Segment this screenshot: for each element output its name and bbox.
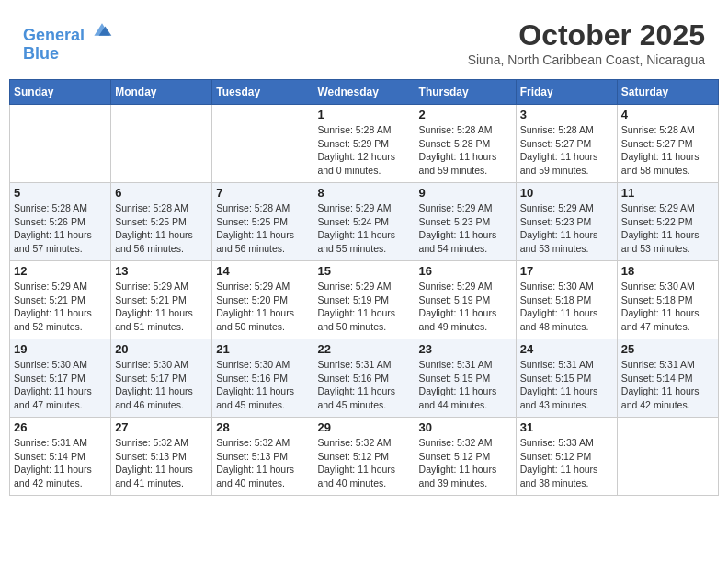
day-info: Sunrise: 5:32 AM Sunset: 5:12 PM Dayligh… bbox=[317, 436, 410, 490]
day-info: Sunrise: 5:31 AM Sunset: 5:15 PM Dayligh… bbox=[419, 358, 512, 412]
day-number: 5 bbox=[14, 186, 107, 200]
day-number: 4 bbox=[621, 108, 714, 121]
title-section: October 2025 Siuna, North Caribbean Coas… bbox=[468, 18, 705, 67]
col-header-friday: Friday bbox=[516, 80, 617, 105]
month-title: October 2025 bbox=[468, 18, 705, 52]
calendar-cell: 7Sunrise: 5:28 AM Sunset: 5:25 PM Daylig… bbox=[212, 183, 313, 261]
day-info: Sunrise: 5:29 AM Sunset: 5:22 PM Dayligh… bbox=[621, 201, 714, 256]
day-info: Sunrise: 5:31 AM Sunset: 5:14 PM Dayligh… bbox=[621, 358, 714, 412]
day-number: 18 bbox=[621, 264, 714, 278]
calendar-cell bbox=[10, 105, 111, 183]
day-info: Sunrise: 5:32 AM Sunset: 5:13 PM Dayligh… bbox=[115, 436, 208, 490]
day-info: Sunrise: 5:28 AM Sunset: 5:28 PM Dayligh… bbox=[419, 123, 512, 178]
calendar-cell: 8Sunrise: 5:29 AM Sunset: 5:24 PM Daylig… bbox=[313, 183, 415, 261]
calendar-cell: 12Sunrise: 5:29 AM Sunset: 5:21 PM Dayli… bbox=[10, 261, 111, 339]
day-info: Sunrise: 5:32 AM Sunset: 5:13 PM Dayligh… bbox=[216, 436, 309, 490]
calendar-cell: 15Sunrise: 5:29 AM Sunset: 5:19 PM Dayli… bbox=[313, 261, 415, 339]
page-header: General Blue October 2025 Siuna, North C… bbox=[9, 9, 719, 72]
day-info: Sunrise: 5:30 AM Sunset: 5:18 PM Dayligh… bbox=[621, 280, 714, 334]
day-number: 26 bbox=[14, 420, 107, 434]
calendar-cell: 25Sunrise: 5:31 AM Sunset: 5:14 PM Dayli… bbox=[617, 339, 718, 418]
col-header-monday: Monday bbox=[111, 80, 212, 105]
day-info: Sunrise: 5:28 AM Sunset: 5:25 PM Dayligh… bbox=[216, 201, 309, 256]
calendar-week-row: 19Sunrise: 5:30 AM Sunset: 5:17 PM Dayli… bbox=[10, 339, 719, 418]
calendar-cell: 24Sunrise: 5:31 AM Sunset: 5:15 PM Dayli… bbox=[516, 339, 617, 418]
calendar-cell: 5Sunrise: 5:28 AM Sunset: 5:26 PM Daylig… bbox=[10, 183, 111, 261]
day-number: 12 bbox=[14, 264, 107, 278]
day-number: 30 bbox=[419, 420, 512, 434]
day-number: 24 bbox=[520, 342, 613, 356]
day-info: Sunrise: 5:29 AM Sunset: 5:21 PM Dayligh… bbox=[14, 280, 107, 334]
calendar-cell: 14Sunrise: 5:29 AM Sunset: 5:20 PM Dayli… bbox=[212, 261, 313, 339]
day-info: Sunrise: 5:29 AM Sunset: 5:23 PM Dayligh… bbox=[419, 201, 512, 256]
day-info: Sunrise: 5:29 AM Sunset: 5:19 PM Dayligh… bbox=[317, 280, 410, 334]
day-info: Sunrise: 5:28 AM Sunset: 5:29 PM Dayligh… bbox=[317, 123, 410, 178]
day-number: 8 bbox=[317, 186, 410, 200]
calendar-week-row: 12Sunrise: 5:29 AM Sunset: 5:21 PM Dayli… bbox=[10, 261, 719, 339]
calendar-table: SundayMondayTuesdayWednesdayThursdayFrid… bbox=[9, 79, 719, 496]
day-number: 29 bbox=[317, 420, 410, 434]
calendar-cell: 3Sunrise: 5:28 AM Sunset: 5:27 PM Daylig… bbox=[516, 105, 617, 183]
day-info: Sunrise: 5:30 AM Sunset: 5:17 PM Dayligh… bbox=[14, 358, 107, 412]
day-number: 15 bbox=[317, 264, 410, 278]
day-number: 17 bbox=[520, 264, 613, 278]
calendar-cell: 27Sunrise: 5:32 AM Sunset: 5:13 PM Dayli… bbox=[111, 418, 212, 496]
logo: General Blue bbox=[23, 18, 113, 63]
col-header-sunday: Sunday bbox=[10, 80, 111, 105]
calendar-cell: 19Sunrise: 5:30 AM Sunset: 5:17 PM Dayli… bbox=[10, 339, 111, 418]
calendar-cell: 30Sunrise: 5:32 AM Sunset: 5:12 PM Dayli… bbox=[415, 418, 516, 496]
day-info: Sunrise: 5:31 AM Sunset: 5:14 PM Dayligh… bbox=[14, 436, 107, 490]
calendar-cell: 26Sunrise: 5:31 AM Sunset: 5:14 PM Dayli… bbox=[10, 418, 111, 496]
day-number: 31 bbox=[520, 420, 613, 434]
day-number: 22 bbox=[317, 342, 410, 356]
day-number: 7 bbox=[216, 186, 309, 200]
day-number: 23 bbox=[419, 342, 512, 356]
day-number: 28 bbox=[216, 420, 309, 434]
calendar-cell: 18Sunrise: 5:30 AM Sunset: 5:18 PM Dayli… bbox=[617, 261, 718, 339]
day-info: Sunrise: 5:30 AM Sunset: 5:18 PM Dayligh… bbox=[520, 280, 613, 334]
day-number: 13 bbox=[115, 264, 208, 278]
calendar-header-row: SundayMondayTuesdayWednesdayThursdayFrid… bbox=[10, 80, 719, 105]
day-number: 20 bbox=[115, 342, 208, 356]
day-info: Sunrise: 5:28 AM Sunset: 5:27 PM Dayligh… bbox=[520, 123, 613, 178]
day-number: 3 bbox=[520, 108, 613, 121]
day-info: Sunrise: 5:28 AM Sunset: 5:25 PM Dayligh… bbox=[115, 201, 208, 256]
col-header-thursday: Thursday bbox=[415, 80, 516, 105]
calendar-cell bbox=[212, 105, 313, 183]
calendar-cell: 22Sunrise: 5:31 AM Sunset: 5:16 PM Dayli… bbox=[313, 339, 415, 418]
day-number: 25 bbox=[621, 342, 714, 356]
day-info: Sunrise: 5:31 AM Sunset: 5:15 PM Dayligh… bbox=[520, 358, 613, 412]
day-info: Sunrise: 5:29 AM Sunset: 5:20 PM Dayligh… bbox=[216, 280, 309, 334]
day-info: Sunrise: 5:28 AM Sunset: 5:27 PM Dayligh… bbox=[621, 123, 714, 178]
day-info: Sunrise: 5:29 AM Sunset: 5:21 PM Dayligh… bbox=[115, 280, 208, 334]
day-number: 16 bbox=[419, 264, 512, 278]
calendar-cell: 9Sunrise: 5:29 AM Sunset: 5:23 PM Daylig… bbox=[415, 183, 516, 261]
day-info: Sunrise: 5:33 AM Sunset: 5:12 PM Dayligh… bbox=[520, 436, 613, 490]
calendar-cell: 10Sunrise: 5:29 AM Sunset: 5:23 PM Dayli… bbox=[516, 183, 617, 261]
day-info: Sunrise: 5:28 AM Sunset: 5:26 PM Dayligh… bbox=[14, 201, 107, 256]
day-number: 27 bbox=[115, 420, 208, 434]
calendar-cell: 2Sunrise: 5:28 AM Sunset: 5:28 PM Daylig… bbox=[415, 105, 516, 183]
day-number: 19 bbox=[14, 342, 107, 356]
col-header-saturday: Saturday bbox=[617, 80, 718, 105]
calendar-week-row: 1Sunrise: 5:28 AM Sunset: 5:29 PM Daylig… bbox=[10, 105, 719, 183]
calendar-cell: 31Sunrise: 5:33 AM Sunset: 5:12 PM Dayli… bbox=[516, 418, 617, 496]
calendar-cell: 17Sunrise: 5:30 AM Sunset: 5:18 PM Dayli… bbox=[516, 261, 617, 339]
calendar-week-row: 26Sunrise: 5:31 AM Sunset: 5:14 PM Dayli… bbox=[10, 418, 719, 496]
day-number: 10 bbox=[520, 186, 613, 200]
calendar-cell: 28Sunrise: 5:32 AM Sunset: 5:13 PM Dayli… bbox=[212, 418, 313, 496]
calendar-cell: 16Sunrise: 5:29 AM Sunset: 5:19 PM Dayli… bbox=[415, 261, 516, 339]
calendar-cell: 11Sunrise: 5:29 AM Sunset: 5:22 PM Dayli… bbox=[617, 183, 718, 261]
day-info: Sunrise: 5:29 AM Sunset: 5:24 PM Dayligh… bbox=[317, 201, 410, 256]
day-number: 2 bbox=[419, 108, 512, 121]
calendar-cell: 29Sunrise: 5:32 AM Sunset: 5:12 PM Dayli… bbox=[313, 418, 415, 496]
day-info: Sunrise: 5:29 AM Sunset: 5:19 PM Dayligh… bbox=[419, 280, 512, 334]
logo-text: General Blue bbox=[23, 18, 113, 63]
day-info: Sunrise: 5:31 AM Sunset: 5:16 PM Dayligh… bbox=[317, 358, 410, 412]
calendar-cell: 21Sunrise: 5:30 AM Sunset: 5:16 PM Dayli… bbox=[212, 339, 313, 418]
day-info: Sunrise: 5:29 AM Sunset: 5:23 PM Dayligh… bbox=[520, 201, 613, 256]
calendar-cell bbox=[111, 105, 212, 183]
col-header-wednesday: Wednesday bbox=[313, 80, 415, 105]
day-info: Sunrise: 5:30 AM Sunset: 5:16 PM Dayligh… bbox=[216, 358, 309, 412]
calendar-cell: 6Sunrise: 5:28 AM Sunset: 5:25 PM Daylig… bbox=[111, 183, 212, 261]
